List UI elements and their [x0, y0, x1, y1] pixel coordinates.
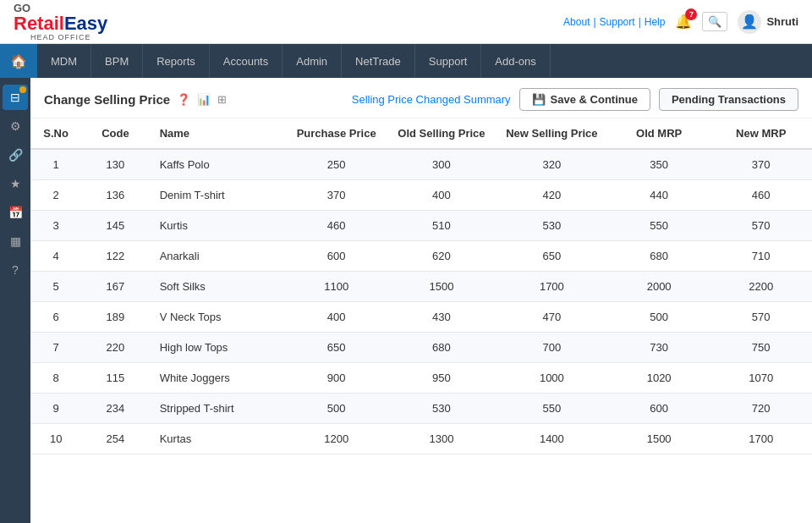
nav-addons[interactable]: Add-ons — [481, 44, 550, 78]
cell-code: 136 — [81, 180, 149, 211]
cell-old-selling: 400 — [387, 180, 496, 211]
cell-sno: 1 — [30, 149, 81, 180]
cell-name: Anarkali — [150, 241, 286, 272]
search-button[interactable]: 🔍 — [702, 12, 727, 31]
about-link[interactable]: About — [563, 16, 590, 28]
cell-old-mrp: 1500 — [608, 424, 710, 454]
table-row[interactable]: 6 189 V Neck Tops 400 430 470 500 570 — [30, 302, 812, 333]
chart-icon[interactable]: 📊 — [197, 93, 211, 106]
nav-reports[interactable]: Reports — [143, 44, 210, 78]
user-area[interactable]: 👤 Shruti — [738, 10, 798, 34]
nav-nettrade[interactable]: NetTrade — [342, 44, 415, 78]
table-row[interactable]: 9 234 Stripped T-shirt 500 530 550 600 7… — [30, 394, 812, 424]
cell-name: Kaffs Polo — [150, 149, 286, 180]
cell-code: 167 — [81, 272, 149, 302]
help-link[interactable]: Help — [645, 16, 666, 28]
table-row[interactable]: 2 136 Denim T-shirt 370 400 420 440 460 — [30, 180, 812, 211]
cell-code: 234 — [81, 394, 149, 424]
cell-new-selling: 650 — [496, 241, 608, 272]
table-header-row: S.No Code Name Purchase Price Old Sellin… — [30, 118, 812, 149]
sidebar-link-button[interactable]: 🔗 — [3, 142, 28, 168]
cell-new-mrp: 570 — [710, 211, 812, 241]
table-row[interactable]: 1 130 Kaffs Polo 250 300 320 350 370 — [30, 149, 812, 180]
cell-name: Kurtas — [150, 424, 286, 454]
cell-name: Stripped T-shirt — [150, 394, 286, 424]
sidebar-help-button[interactable]: ? — [3, 257, 28, 283]
sidebar: ⊟ ⚙ 🔗 ★ 📅 ▦ ? — [0, 78, 30, 523]
cell-old-selling: 1500 — [387, 272, 496, 302]
cell-old-mrp: 730 — [608, 333, 710, 363]
cell-old-mrp: 440 — [608, 180, 710, 211]
cell-new-mrp: 1070 — [710, 363, 812, 394]
nav-home-button[interactable]: 🏠 — [0, 44, 37, 78]
cell-new-selling: 470 — [496, 302, 608, 333]
table-icon[interactable]: ⊞ — [217, 93, 227, 106]
cell-old-selling: 510 — [387, 211, 496, 241]
cell-old-mrp: 500 — [608, 302, 710, 333]
cell-sno: 2 — [30, 180, 81, 211]
selling-price-table: S.No Code Name Purchase Price Old Sellin… — [30, 118, 812, 454]
cell-new-mrp: 720 — [710, 394, 812, 424]
cell-new-selling: 420 — [496, 180, 608, 211]
cell-old-selling: 300 — [387, 149, 496, 180]
cell-old-mrp: 350 — [608, 149, 710, 180]
sidebar-calendar-button[interactable]: 📅 — [3, 200, 28, 225]
sidebar-star-button[interactable]: ★ — [3, 171, 28, 196]
settings-icon: ⚙ — [10, 119, 21, 133]
content-title-area: Change Selling Price ❓ 📊 ⊞ — [44, 92, 227, 107]
top-right: About | Support | Help 🔔 7 🔍 👤 Shruti — [563, 10, 798, 34]
content-area: Change Selling Price ❓ 📊 ⊞ Selling Price… — [30, 78, 812, 523]
cell-sno: 8 — [30, 363, 81, 394]
cell-code: 130 — [81, 149, 149, 180]
sidebar-grid-button[interactable]: ▦ — [3, 228, 28, 254]
save-continue-button[interactable]: 💾 Save & Continue — [519, 88, 650, 111]
nav-accounts[interactable]: Accounts — [210, 44, 283, 78]
cell-old-mrp: 1020 — [608, 363, 710, 394]
data-table-wrapper: S.No Code Name Purchase Price Old Sellin… — [30, 118, 812, 523]
nav-support[interactable]: Support — [415, 44, 482, 78]
cell-purchase-price: 460 — [285, 211, 387, 241]
cell-purchase-price: 500 — [285, 394, 387, 424]
sidebar-filter-button[interactable]: ⊟ — [3, 85, 28, 110]
cell-sno: 9 — [30, 394, 81, 424]
logo: GO Retail Easy HEAD OFFICE — [14, 2, 107, 41]
divider1: | — [593, 16, 595, 28]
sidebar-settings-button[interactable]: ⚙ — [3, 113, 28, 139]
cell-sno: 3 — [30, 211, 81, 241]
logo-sub: HEAD OFFICE — [14, 33, 107, 41]
cell-new-mrp: 370 — [710, 149, 812, 180]
header-actions: Selling Price Changed Summary 💾 Save & C… — [352, 88, 798, 111]
save-icon: 💾 — [532, 93, 546, 106]
cell-new-mrp: 570 — [710, 302, 812, 333]
table-row[interactable]: 4 122 Anarkali 600 620 650 680 710 — [30, 241, 812, 272]
cell-name: High low Tops — [150, 333, 286, 363]
cell-purchase-price: 1200 — [285, 424, 387, 454]
star-icon: ★ — [10, 177, 21, 190]
table-row[interactable]: 3 145 Kurtis 460 510 530 550 570 — [30, 211, 812, 241]
cell-name: Kurtis — [150, 211, 286, 241]
divider2: | — [639, 16, 641, 28]
cell-old-selling: 680 — [387, 333, 496, 363]
notification-badge: 7 — [685, 8, 697, 20]
info-icon[interactable]: ❓ — [177, 93, 190, 106]
table-row[interactable]: 8 115 White Joggers 900 950 1000 1020 10… — [30, 363, 812, 394]
nav-bpm[interactable]: BPM — [91, 44, 143, 78]
notification-bell[interactable]: 🔔 7 — [675, 14, 692, 30]
nav-admin[interactable]: Admin — [283, 44, 342, 78]
nav-mdm[interactable]: MDM — [37, 44, 91, 78]
table-row[interactable]: 7 220 High low Tops 650 680 700 730 750 — [30, 333, 812, 363]
cell-sno: 7 — [30, 333, 81, 363]
cell-purchase-price: 400 — [285, 302, 387, 333]
cell-sno: 5 — [30, 272, 81, 302]
cell-code: 145 — [81, 211, 149, 241]
cell-purchase-price: 1100 — [285, 272, 387, 302]
summary-link-button[interactable]: Selling Price Changed Summary — [352, 93, 511, 106]
col-header-old-mrp: Old MRP — [608, 118, 710, 149]
support-link[interactable]: Support — [600, 16, 635, 28]
cell-code: 122 — [81, 241, 149, 272]
cell-old-mrp: 2000 — [608, 272, 710, 302]
table-row[interactable]: 5 167 Soft Silks 1100 1500 1700 2000 220… — [30, 272, 812, 302]
pending-transactions-button[interactable]: Pending Transactions — [659, 88, 798, 111]
table-row[interactable]: 10 254 Kurtas 1200 1300 1400 1500 1700 — [30, 424, 812, 454]
cell-new-mrp: 2200 — [710, 272, 812, 302]
